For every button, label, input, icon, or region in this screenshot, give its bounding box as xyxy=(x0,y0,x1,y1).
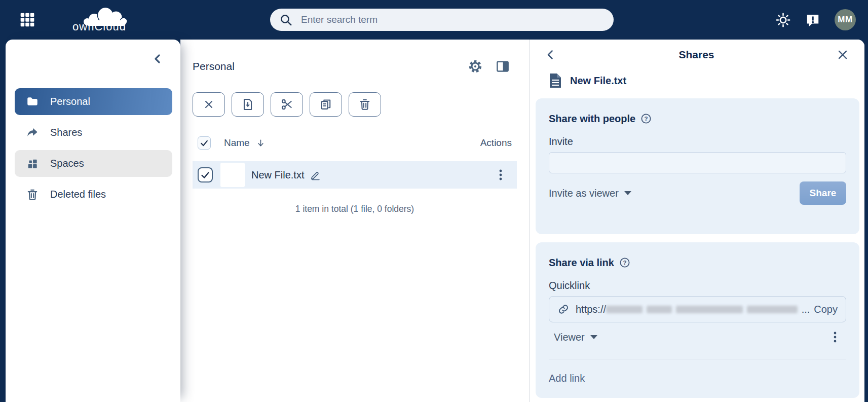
files-section: Personal xyxy=(180,40,529,402)
share-arrow-icon xyxy=(26,126,39,139)
panel-close-button[interactable] xyxy=(836,48,849,61)
page-title: Personal xyxy=(193,60,235,72)
document-icon xyxy=(549,72,562,89)
blurred-url-segment xyxy=(676,306,742,313)
folder-icon xyxy=(26,95,39,108)
app-grid-icon xyxy=(19,11,35,29)
cut-button[interactable] xyxy=(271,92,303,117)
share-button[interactable]: Share xyxy=(800,181,846,205)
sidebar-item-deleted-files[interactable]: Deleted files xyxy=(15,181,172,208)
left-sidebar: Personal Shares xyxy=(6,40,180,402)
download-button[interactable] xyxy=(232,92,264,117)
add-link-button[interactable]: Add link xyxy=(549,373,585,384)
topbar: ownCloud xyxy=(0,0,868,40)
app-switcher-button[interactable] xyxy=(16,9,39,31)
card-divider xyxy=(549,359,846,359)
name-column-header: Name xyxy=(224,137,250,149)
selection-toolbar xyxy=(193,92,517,117)
panel-header: Shares xyxy=(530,40,864,62)
app-shell: Personal Shares xyxy=(0,40,868,402)
invite-role-dropdown[interactable]: Invite as viewer xyxy=(549,188,631,199)
sidebar-nav: Personal Shares xyxy=(6,88,180,208)
table-header: Name Actions xyxy=(193,131,517,155)
sort-by-name-button[interactable]: Name xyxy=(224,137,266,149)
toggle-right-sidebar-button[interactable] xyxy=(495,59,510,74)
trash-icon xyxy=(358,98,371,111)
kebab-menu-icon xyxy=(830,331,840,344)
invite-role-label: Invite as viewer xyxy=(549,188,619,199)
svg-text:?: ? xyxy=(645,116,648,122)
content-sheet: Personal xyxy=(180,40,864,402)
check-icon xyxy=(200,169,211,180)
check-icon xyxy=(199,138,209,148)
delete-button[interactable] xyxy=(349,92,381,117)
copy-link-button[interactable]: Copy xyxy=(814,304,838,315)
invite-input[interactable] xyxy=(549,152,846,173)
view-settings-button[interactable] xyxy=(468,59,483,74)
panel-toggle-icon xyxy=(495,59,510,74)
shares-panel: Shares New File.txt xyxy=(529,40,864,402)
sidebar-item-spaces[interactable]: Spaces xyxy=(15,150,172,177)
scissors-icon xyxy=(280,98,293,111)
logo-wordmark: ownCloud xyxy=(72,20,126,33)
files-header: Personal xyxy=(193,40,517,74)
sidebar-item-label: Shares xyxy=(50,127,82,138)
help-circle-icon: ? xyxy=(619,257,630,268)
sidebar-item-shares[interactable]: Shares xyxy=(15,119,172,146)
share-people-help-button[interactable]: ? xyxy=(640,113,652,124)
spaces-grid-icon xyxy=(26,157,39,170)
sun-icon xyxy=(775,12,791,28)
sidebar-item-label: Personal xyxy=(50,96,90,107)
clear-selection-button[interactable] xyxy=(193,92,225,117)
heading-text: Share via link xyxy=(549,257,614,269)
sidebar-item-label: Spaces xyxy=(50,158,84,169)
link-role-row: Viewer xyxy=(549,330,846,345)
chevron-down-icon xyxy=(590,335,597,339)
link-actions-menu-button[interactable] xyxy=(830,331,840,344)
copy-button[interactable] xyxy=(310,92,342,117)
quicklink-box: https:// ... Copy xyxy=(549,296,846,322)
feedback-button[interactable] xyxy=(805,12,820,27)
table-row[interactable]: New File.txt xyxy=(193,161,517,189)
panel-title: Shares xyxy=(557,49,836,61)
sidebar-item-personal[interactable]: Personal xyxy=(15,88,172,115)
share-with-people-card: Share with people ? Invite Invite as vie… xyxy=(536,98,859,234)
chevron-left-icon xyxy=(152,53,164,65)
panel-back-button[interactable] xyxy=(545,49,557,61)
kebab-menu-icon xyxy=(496,168,506,181)
search-input[interactable] xyxy=(300,14,605,26)
share-via-link-card: Share via link ? Quicklink xyxy=(536,242,859,398)
link-role-dropdown[interactable]: Viewer xyxy=(554,332,597,343)
files-header-actions xyxy=(468,59,510,74)
share-link-help-button[interactable]: ? xyxy=(619,257,630,268)
arrow-down-icon xyxy=(256,138,266,148)
quicklink-label: Quicklink xyxy=(549,280,846,292)
rename-button[interactable] xyxy=(310,170,321,180)
topbar-right-actions: MM xyxy=(775,9,856,30)
chevron-left-icon xyxy=(545,49,557,61)
theme-toggle-button[interactable] xyxy=(775,12,791,28)
panel-file-info: New File.txt xyxy=(549,72,849,89)
svg-text:?: ? xyxy=(623,260,626,266)
search-icon xyxy=(279,13,293,27)
link-role-label: Viewer xyxy=(554,332,585,343)
blurred-url-segment xyxy=(606,306,643,313)
file-name: New File.txt xyxy=(251,169,304,181)
help-circle-icon: ? xyxy=(640,113,652,124)
user-avatar[interactable]: MM xyxy=(835,9,856,30)
trash-icon xyxy=(26,188,39,201)
chevron-down-icon xyxy=(624,191,631,195)
row-checkbox[interactable] xyxy=(198,167,213,182)
link-icon xyxy=(557,303,570,315)
sidebar-collapse-button[interactable] xyxy=(151,53,164,66)
heading-text: Share with people xyxy=(549,113,635,125)
share-via-link-heading: Share via link ? xyxy=(549,255,846,270)
feedback-bubble-icon xyxy=(805,12,820,27)
sidebar-item-label: Deleted files xyxy=(50,189,106,200)
actions-column-header: Actions xyxy=(480,137,512,149)
quicklink-url-prefix: https:// xyxy=(576,304,606,315)
row-actions-menu-button[interactable] xyxy=(496,168,506,181)
select-all-checkbox[interactable] xyxy=(198,136,211,150)
panel-file-name: New File.txt xyxy=(570,75,626,87)
url-ellipsis: ... xyxy=(802,304,810,315)
